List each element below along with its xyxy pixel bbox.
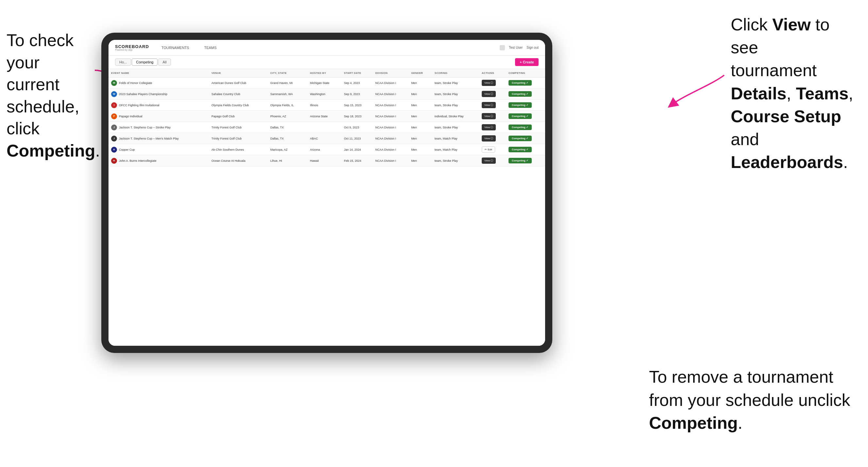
col-city: CITY, STATE — [268, 69, 307, 77]
division-2: NCAA Division I — [373, 100, 408, 111]
col-scoring: SCORING — [432, 69, 479, 77]
city-4: Dallas, TX — [268, 122, 307, 133]
header-right: Test User Sign out — [500, 45, 538, 50]
competing-button-0[interactable]: Competing ✓ — [508, 80, 532, 86]
table-row: JJackson T. Stephens Cup – Stroke PlayTr… — [108, 122, 545, 133]
app-header: SCOREBOARD Powered by clipp TOURNAMENTS … — [108, 40, 545, 56]
hosted-7: Hawaii — [307, 155, 341, 166]
table-row: IOFCC Fighting Illini InvitationalOlympi… — [108, 100, 545, 111]
venue-3: Papago Golf Club — [209, 111, 268, 122]
scoring-3: individual, Stroke Play — [432, 111, 479, 122]
division-3: NCAA Division I — [373, 111, 408, 122]
event-name-cell-7: HJohn A. Burns Intercollegiate — [108, 155, 209, 166]
event-name-6: Copper Cup — [119, 148, 135, 151]
actions-cell-7: View ⓘ — [479, 155, 506, 166]
table-header-row: EVENT NAME VENUE CITY, STATE HOSTED BY S… — [108, 69, 545, 77]
start-date-5: Oct 11, 2023 — [342, 133, 373, 144]
event-name-4: Jackson T. Stephens Cup – Stroke Play — [119, 126, 170, 129]
annotation-bottom-right: To remove a tournament from your schedul… — [649, 365, 862, 434]
division-4: NCAA Division I — [373, 122, 408, 133]
col-hosted: HOSTED BY — [307, 69, 341, 77]
edit-button-6[interactable]: ✏ Edit — [482, 147, 495, 153]
table-row: HJohn A. Burns IntercollegiateOcean Cour… — [108, 155, 545, 166]
event-name-2: OFCC Fighting Illini Invitational — [119, 103, 159, 107]
logo-title: SCOREBOARD — [115, 44, 149, 49]
team-logo-2: I — [111, 102, 117, 108]
table-row: PPapago IndividualPapago Golf ClubPhoeni… — [108, 111, 545, 122]
start-date-2: Sep 15, 2023 — [342, 100, 373, 111]
hosted-6: Arizona — [307, 144, 341, 155]
view-button-5[interactable]: View ⓘ — [482, 135, 496, 142]
event-name-0: Folds of Honor Collegiate — [119, 82, 152, 85]
scoreboard-logo: SCOREBOARD Powered by clipp — [115, 44, 149, 51]
table-row: ACopper CupAk-Chin Southern DunesMaricop… — [108, 144, 545, 155]
event-name-3: Papago Individual — [119, 115, 143, 118]
scoring-4: team, Stroke Play — [432, 122, 479, 133]
division-0: NCAA Division I — [373, 77, 408, 89]
toolbar: Ho... Competing All + Create — [108, 56, 545, 69]
city-2: Olympia Fields, IL — [268, 100, 307, 111]
scoring-6: team, Match Play — [432, 144, 479, 155]
venue-1: Sahalee Country Club — [209, 89, 268, 100]
view-button-0[interactable]: View ⓘ — [482, 80, 496, 86]
venue-5: Trinity Forest Golf Club — [209, 133, 268, 144]
city-7: Lihue, HI — [268, 155, 307, 166]
event-name-cell-5: JJackson T. Stephens Cup – Men's Match P… — [108, 133, 209, 144]
event-name-5: Jackson T. Stephens Cup – Men's Match Pl… — [119, 137, 179, 140]
competing-button-5[interactable]: Competing ✓ — [508, 136, 532, 141]
team-logo-5: J — [111, 136, 117, 142]
team-logo-3: P — [111, 114, 117, 119]
tab-home[interactable]: Ho... — [115, 59, 131, 66]
view-button-1[interactable]: View ⓘ — [482, 91, 496, 97]
tournament-table: EVENT NAME VENUE CITY, STATE HOSTED BY S… — [108, 69, 545, 166]
view-button-4[interactable]: View ⓘ — [482, 124, 496, 130]
hosted-1: Washington — [307, 89, 341, 100]
col-venue: VENUE — [209, 69, 268, 77]
event-name-cell-4: JJackson T. Stephens Cup – Stroke Play — [108, 122, 209, 133]
scoring-0: team, Stroke Play — [432, 77, 479, 89]
annotation-top-right: Click View to see tournament Details, Te… — [731, 13, 862, 174]
actions-cell-3: View ⓘ — [479, 111, 506, 122]
view-button-2[interactable]: View ⓘ — [482, 102, 496, 108]
event-name-cell-0: MFolds of Honor Collegiate — [108, 77, 209, 89]
competing-button-4[interactable]: Competing ✓ — [508, 125, 532, 130]
hosted-4 — [307, 122, 341, 133]
start-date-1: Sep 9, 2023 — [342, 89, 373, 100]
event-name-cell-6: ACopper Cup — [108, 144, 209, 155]
competing-button-3[interactable]: Competing ✓ — [508, 114, 532, 119]
view-button-3[interactable]: View ⓘ — [482, 113, 496, 119]
competing-button-2[interactable]: Competing ✓ — [508, 102, 532, 108]
division-1: NCAA Division I — [373, 89, 408, 100]
venue-2: Olympia Fields Country Club — [209, 100, 268, 111]
event-name-7: John A. Burns Intercollegiate — [119, 159, 157, 162]
logo-subtitle: Powered by clipp — [115, 49, 149, 51]
competing-cell-6: Competing ✓ — [506, 144, 545, 155]
scoring-1: team, Stroke Play — [432, 89, 479, 100]
scoring-7: team, Stroke Play — [432, 155, 479, 166]
tablet-frame: SCOREBOARD Powered by clipp TOURNAMENTS … — [101, 33, 552, 353]
view-button-7[interactable]: View ⓘ — [482, 157, 496, 164]
competing-button-6[interactable]: Competing ✓ — [508, 147, 532, 152]
arrow-top-right — [665, 72, 731, 111]
actions-cell-2: View ⓘ — [479, 100, 506, 111]
scoring-5: team, Match Play — [432, 133, 479, 144]
nav-tournaments[interactable]: TOURNAMENTS — [159, 44, 192, 51]
city-3: Phoenix, AZ — [268, 111, 307, 122]
competing-button-7[interactable]: Competing ✓ — [508, 158, 532, 163]
competing-button-1[interactable]: Competing ✓ — [508, 91, 532, 97]
team-logo-1: W — [111, 91, 117, 97]
create-button[interactable]: + Create — [515, 58, 538, 66]
division-7: NCAA Division I — [373, 155, 408, 166]
city-5: Dallas, TX — [268, 133, 307, 144]
competing-cell-4: Competing ✓ — [506, 122, 545, 133]
tab-competing[interactable]: Competing — [132, 59, 157, 66]
competing-cell-0: Competing ✓ — [506, 77, 545, 89]
gender-4: Men — [408, 122, 432, 133]
tab-all[interactable]: All — [158, 59, 170, 66]
city-0: Grand Haven, MI — [268, 77, 307, 89]
table-row: W2023 Sahalee Players ChampionshipSahale… — [108, 89, 545, 100]
sign-out-link[interactable]: Sign out — [526, 46, 538, 49]
col-start: START DATE — [342, 69, 373, 77]
col-competing: COMPETING — [506, 69, 545, 77]
nav-teams[interactable]: TEAMS — [202, 44, 219, 51]
